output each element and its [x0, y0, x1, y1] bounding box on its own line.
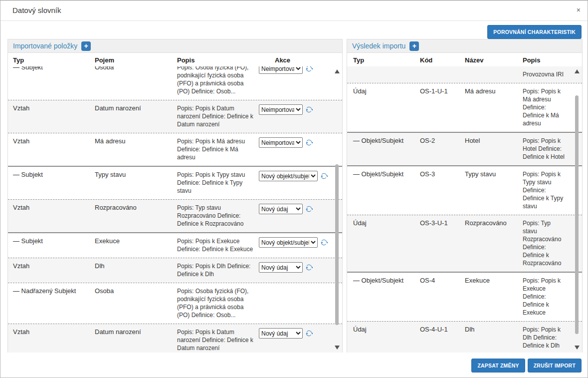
nazev-cell: Hotel: [465, 137, 523, 161]
popis-cell: Popis: Popis k Dlh Definice: Definice k …: [177, 262, 259, 278]
kod-cell: OS-3: [420, 170, 465, 210]
table-row: Vztah Rozpracováno Popis: Typ stavu Rozp…: [8, 199, 342, 232]
page-title: Datový slovník: [12, 6, 61, 14]
cancel-import-button[interactable]: ZRUŠIT IMPORT: [528, 359, 582, 373]
typ-cell: — Subjekt: [13, 66, 95, 95]
compare-characteristics-button[interactable]: POROVNÁNÍ CHARAKTERISTIK: [487, 25, 582, 39]
table-row: — Subjekt Typy stavu Popis: Popis k Typy…: [8, 166, 342, 199]
akce-cell: Neimportovat: [259, 104, 333, 128]
popis-cell: Popis: Popis k Má adresu Definice: Defin…: [177, 137, 259, 161]
table-row: Údaj OS-1-U-1 Má adresu Popis: Popis k M…: [347, 83, 582, 132]
popis-cell: Popis: Popis k Typy stavu Definice: Defi…: [523, 170, 570, 210]
refresh-icon[interactable]: [305, 106, 313, 113]
pojem-cell: Datum narození: [95, 104, 177, 128]
col-popis: Popis: [177, 56, 259, 64]
akce-select[interactable]: Neimportovat: [259, 137, 303, 148]
col-pojem: Pojem: [95, 56, 177, 64]
save-changes-button[interactable]: ZAPSAT ZMĚNY: [471, 359, 525, 373]
akce-select[interactable]: Nový objekt/subjekt: [259, 171, 318, 181]
import-result-title: Výsledek importu: [352, 42, 405, 50]
imported-items-title: Importované položky: [13, 42, 77, 50]
popis-cell: Popis: Osoba fyzická (FO), podnikající f…: [177, 66, 259, 95]
table-row: Údaj OS-4-U-1 Dlh Popis: Popis k Dlh Def…: [347, 321, 582, 353]
scroll-down-icon[interactable]: [575, 346, 580, 350]
popis-cell: Popis: Osoba fyzická (FO), podnikající f…: [177, 287, 259, 319]
typ-cell: — Subjekt: [13, 171, 95, 195]
typ-cell: Vztah: [13, 137, 95, 161]
typ-cell: — Subjekt: [13, 237, 95, 253]
refresh-icon[interactable]: [305, 139, 313, 146]
col-typ: Typ: [353, 56, 420, 64]
akce-select[interactable]: Nový údaj: [259, 328, 303, 339]
scrollbar-thumb[interactable]: [575, 95, 579, 334]
akce-select[interactable]: Nový údaj: [259, 262, 303, 273]
refresh-icon[interactable]: [305, 205, 313, 213]
akce-cell: Nový údaj: [259, 262, 333, 278]
kod-cell: OS-1-U-1: [420, 87, 465, 127]
popis-cell: Popis: Popis k Datum narození Definice: …: [177, 104, 259, 128]
close-icon[interactable]: ×: [577, 5, 581, 14]
col-typ: Typ: [13, 56, 95, 64]
akce-cell: Nový objekt/subjekt: [259, 237, 333, 253]
refresh-icon[interactable]: [305, 330, 313, 337]
scroll-up-icon[interactable]: [575, 69, 580, 73]
add-icon[interactable]: +: [409, 41, 419, 51]
add-icon[interactable]: +: [81, 41, 91, 51]
popis-cell: Popis: Popis k Má adresu Definice: Defin…: [523, 87, 570, 127]
nazev-cell: Typy stavu: [465, 170, 523, 210]
akce-cell: Nový údaj: [259, 328, 333, 352]
scrollbar[interactable]: [573, 66, 581, 353]
table-row: Údaj OS-3-U-1 Rozpracováno Popis: Typ st…: [347, 215, 582, 272]
table-row: Vztah Má adresu Popis: Popis k Má adresu…: [8, 133, 342, 166]
table-row: — Nadřazený Subjekt Osoba Popis: Osoba f…: [8, 283, 342, 324]
akce-cell: Neimportovat: [259, 66, 333, 95]
typ-cell: — Objekt/Subjekt: [353, 170, 420, 210]
pojem-cell: Datum narození: [95, 328, 177, 352]
table-row: — Objekt/Subjekt OS-2 Hotel Popis: Popis…: [347, 132, 582, 165]
nazev-cell: Exekuce: [465, 277, 523, 317]
import-result-header: Výsledek importu +: [347, 39, 582, 53]
popis-cell: Popis: Popis k Exekuce Definice: Definic…: [523, 277, 570, 317]
import-result-panel: Výsledek importu + Typ Kód Název Popis P…: [347, 39, 583, 353]
popis-cell: Popis: Popis k Hotel Definice: Definice …: [523, 137, 570, 161]
kod-cell: OS-3-U-1: [420, 219, 465, 267]
akce-cell: Nový údaj: [259, 204, 333, 228]
pojem-cell: Osoba: [95, 66, 177, 95]
refresh-icon[interactable]: [305, 264, 313, 271]
popis-cell: Popis: Popis k Dlh Definice: Definice k …: [523, 326, 570, 350]
table-row: — Subjekt Osoba Popis: Osoba fyzická (FO…: [8, 66, 342, 100]
modal-titlebar: Datový slovník ×: [0, 0, 588, 21]
akce-cell: Nový objekt/subjekt: [259, 171, 333, 195]
popis-cell: Popis: Popis k Typy stavu Definice: Defi…: [177, 171, 259, 195]
akce-select[interactable]: Nový objekt/subjekt: [259, 237, 318, 248]
typ-cell: Vztah: [13, 104, 95, 128]
akce-select[interactable]: Neimportovat: [259, 104, 303, 115]
nazev-cell: [465, 70, 523, 78]
popis-cell: Popis: Popis k Exekuce Definice: Definic…: [177, 237, 259, 253]
refresh-icon[interactable]: [320, 239, 328, 246]
col-nazev: Název: [465, 56, 523, 64]
popis-cell: Popis: Popis k Datum narození Definice: …: [177, 328, 259, 352]
refresh-icon[interactable]: [305, 66, 313, 72]
pojem-cell: Osoba: [95, 287, 177, 319]
akce-select[interactable]: Neimportovat: [259, 66, 303, 74]
nazev-cell: Rozpracováno: [465, 219, 523, 267]
import-result-column-headers: Typ Kód Název Popis: [347, 53, 582, 66]
table-row: Provozovna IRI: [347, 66, 582, 83]
kod-cell: OS-4-U-1: [420, 326, 465, 350]
scrollbar-thumb[interactable]: [335, 164, 339, 325]
scroll-up-icon[interactable]: [335, 69, 340, 73]
imported-items-column-headers: Typ Pojem Popis Akce: [8, 53, 342, 66]
scrollbar[interactable]: [333, 66, 341, 353]
popis-cell: Popis: Typ stavu Rozpracováno Definice: …: [523, 219, 570, 267]
refresh-icon[interactable]: [320, 172, 328, 180]
nazev-cell: Má adresu: [465, 87, 523, 127]
pojem-cell: Má adresu: [95, 137, 177, 161]
typ-cell: — Nadřazený Subjekt: [13, 287, 95, 319]
typ-cell: — Objekt/Subjekt: [353, 277, 420, 317]
popis-cell: Provozovna IRI: [523, 70, 570, 78]
kod-cell: OS-4: [420, 277, 465, 317]
akce-cell: Neimportovat: [259, 137, 333, 161]
akce-select[interactable]: Nový údaj: [259, 204, 303, 214]
scroll-down-icon[interactable]: [335, 346, 340, 350]
